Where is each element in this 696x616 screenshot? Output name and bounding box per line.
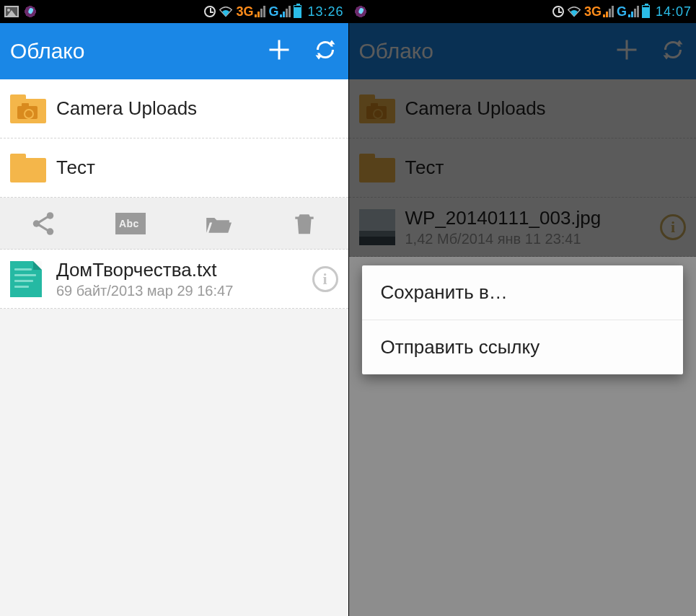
network-2-label: G [617, 4, 627, 19]
info-icon: i [660, 214, 686, 240]
folder-row-test[interactable]: Тест [349, 138, 697, 198]
rename-icon: Abc [115, 213, 146, 234]
app-bar: Облако [0, 23, 348, 79]
app-notif-icon [353, 4, 368, 19]
wifi-icon [219, 6, 233, 17]
share-popup: Сохранить в… Отправить ссылку [362, 265, 684, 374]
app-title: Облако [10, 39, 85, 63]
file-name: WP_20140111_003.jpg [405, 207, 661, 229]
popup-item-save-in[interactable]: Сохранить в… [362, 265, 684, 320]
trash-icon [291, 210, 318, 237]
alarm-icon [552, 6, 564, 17]
image-thumbnail-icon [359, 209, 395, 245]
plus-icon [266, 37, 292, 63]
file-list: Camera Uploads Тест WP_20140111_003.jpg … [349, 79, 697, 257]
app-bar: Облако [349, 23, 697, 79]
refresh-icon [312, 37, 338, 63]
network-1-label: 3G [584, 4, 602, 19]
file-info-button[interactable]: i [660, 214, 686, 240]
open-folder-icon [204, 210, 232, 237]
folder-row-camera-uploads[interactable]: Camera Uploads [0, 79, 348, 138]
signal-2-icon [280, 6, 291, 17]
refresh-icon [660, 37, 686, 63]
info-icon: i [312, 266, 338, 292]
file-name: ДомТворчества.txt [56, 259, 312, 281]
signal-1-icon [603, 6, 614, 17]
clock-text: 14:07 [656, 4, 692, 19]
folder-icon [359, 154, 395, 182]
screen-right: 3G G 14:07 Облако Camera Uploads [348, 0, 697, 616]
rename-button[interactable]: Abc [87, 198, 175, 249]
file-meta: 69 байт/2013 мар 29 16:47 [56, 283, 312, 299]
battery-icon [294, 5, 301, 18]
folder-row-test[interactable]: Тест [0, 138, 348, 198]
share-icon [30, 210, 57, 237]
folder-name: Тест [405, 157, 687, 179]
file-row[interactable]: ДомТворчества.txt 69 байт/2013 мар 29 16… [0, 250, 348, 309]
popup-item-send-link[interactable]: Отправить ссылку [362, 320, 684, 374]
context-action-bar: Abc [0, 198, 348, 250]
delete-button[interactable] [261, 198, 348, 249]
clock-text: 13:26 [307, 4, 343, 19]
refresh-button[interactable] [660, 37, 686, 66]
plus-icon [614, 37, 640, 63]
open-folder-button[interactable] [174, 198, 261, 249]
alarm-icon [204, 6, 216, 17]
network-1-label: 3G [236, 4, 253, 19]
file-list: Camera Uploads Тест Abc [0, 79, 348, 309]
folder-row-camera-uploads[interactable]: Camera Uploads [349, 79, 697, 138]
add-button[interactable] [266, 37, 292, 66]
file-info-button[interactable]: i [312, 266, 338, 292]
folder-name: Camera Uploads [405, 97, 687, 120]
folder-icon [10, 154, 46, 182]
add-button[interactable] [614, 37, 640, 66]
file-row[interactable]: WP_20140111_003.jpg 1,42 Мб/2014 янв 11 … [349, 198, 697, 257]
battery-icon [642, 5, 650, 18]
app-notif-icon [23, 4, 38, 19]
wifi-icon [567, 6, 581, 17]
folder-camera-icon [359, 94, 395, 123]
folder-camera-icon [10, 94, 46, 123]
refresh-button[interactable] [312, 37, 338, 66]
folder-name: Тест [56, 157, 338, 179]
network-2-label: G [268, 4, 278, 19]
signal-1-icon [255, 6, 265, 17]
gallery-icon [4, 6, 19, 17]
signal-2-icon [628, 6, 639, 17]
status-bar: 3G G 13:26 [0, 0, 348, 23]
folder-name: Camera Uploads [56, 97, 338, 120]
screen-left: 3G G 13:26 Облако Camera Uploads [0, 0, 348, 616]
text-file-icon [10, 261, 42, 297]
share-button[interactable] [0, 198, 87, 249]
file-meta: 1,42 Мб/2014 янв 11 23:41 [405, 231, 661, 247]
app-title: Облако [359, 39, 434, 63]
status-bar: 3G G 14:07 [349, 0, 697, 23]
